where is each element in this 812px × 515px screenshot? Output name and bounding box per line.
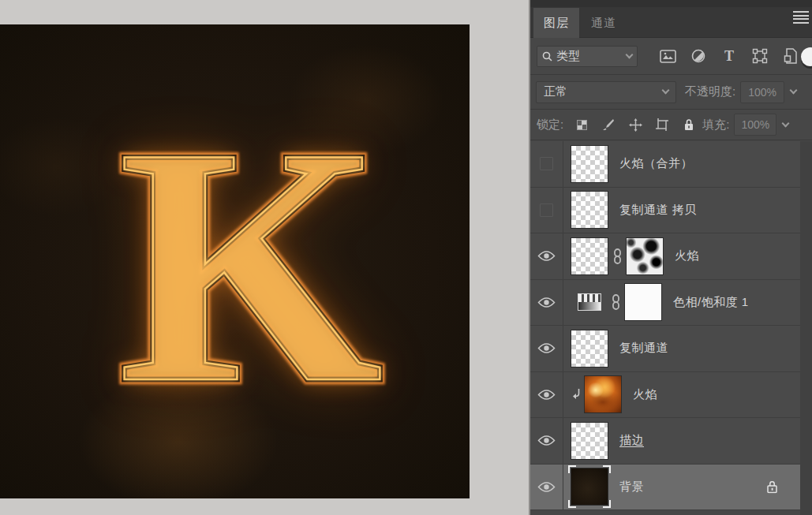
clipping-mask-arrow-icon [571, 388, 582, 401]
layer-name[interactable]: 火焰 [675, 248, 699, 263]
lock-all-icon[interactable] [682, 118, 696, 132]
layer-row-background[interactable]: 背景 [530, 465, 800, 511]
opacity-value[interactable]: 100% [740, 81, 784, 103]
layer-row[interactable]: 色相/饱和度 1 [530, 280, 800, 327]
pixel-layer-filter-icon[interactable] [659, 48, 676, 64]
visibility-toggle[interactable] [530, 418, 563, 464]
layer-row[interactable]: 火焰 [530, 372, 800, 419]
filter-kind-label: 类型 [556, 49, 627, 64]
eye-icon [537, 297, 556, 308]
selected-thumbnail-frame [571, 468, 608, 506]
eye-icon [537, 250, 556, 262]
lock-label: 锁定: [537, 118, 563, 132]
chevron-down-icon [626, 50, 634, 58]
fill-value[interactable]: 100% [734, 114, 776, 136]
link-mask-icon[interactable] [612, 248, 622, 264]
chevron-down-icon[interactable] [782, 119, 790, 127]
chevron-down-icon [662, 87, 670, 95]
blend-mode-value: 正常 [544, 84, 663, 99]
fire-letter-artwork: K K K [62, 76, 440, 454]
lock-transparent-icon[interactable] [574, 118, 589, 132]
lock-row: 锁定: 填充: 100% [530, 110, 812, 140]
eye-icon [537, 435, 556, 446]
panel-menu-icon[interactable] [793, 11, 809, 24]
visibility-toggle[interactable] [530, 233, 563, 279]
type-layer-filter-icon[interactable]: T [720, 48, 738, 64]
lock-position-icon[interactable] [628, 118, 642, 132]
layer-mask-thumbnail[interactable] [624, 283, 662, 321]
eye-hidden-icon [540, 157, 553, 170]
fill-label: 填充: [702, 118, 729, 132]
document-canvas[interactable]: K K K [0, 24, 470, 498]
visibility-toggle[interactable] [530, 188, 563, 233]
panel-edge [800, 141, 812, 515]
layer-thumbnail[interactable] [571, 330, 608, 368]
filter-toggle[interactable] [801, 47, 812, 66]
lock-artboard-icon[interactable] [655, 118, 669, 132]
layer-row[interactable]: 描边 [530, 418, 800, 465]
fire-letter-highlight: K [62, 76, 440, 454]
filter-kind-select[interactable]: 类型 [537, 46, 638, 67]
eye-icon [537, 342, 556, 354]
layer-locked-icon [766, 480, 778, 494]
smart-object-filter-icon[interactable] [782, 48, 799, 64]
visibility-toggle[interactable] [530, 326, 563, 371]
visibility-toggle[interactable] [530, 280, 563, 326]
opacity-label: 不透明度: [685, 84, 735, 99]
layer-name[interactable]: 描边 [619, 433, 644, 448]
layer-name[interactable]: 火焰（合并） [619, 156, 693, 171]
layer-filter-row: 类型 T [530, 38, 812, 75]
visibility-toggle[interactable] [530, 141, 563, 187]
eye-hidden-icon [540, 203, 553, 217]
visibility-toggle[interactable] [530, 372, 563, 418]
layer-thumbnail[interactable] [571, 191, 608, 229]
layer-row[interactable]: 火焰 [530, 233, 800, 280]
layer-thumbnail[interactable] [571, 422, 608, 460]
layer-name[interactable]: 复制通道 [619, 341, 668, 356]
tab-channels[interactable]: 通道 [581, 8, 627, 38]
layer-thumbnail[interactable] [584, 375, 622, 413]
blend-mode-select[interactable]: 正常 [536, 81, 676, 103]
layer-list: 火焰（合并） 复制通道 拷贝 火焰 [530, 141, 800, 515]
adjustment-layer-filter-icon[interactable] [690, 48, 707, 64]
eye-icon [537, 389, 556, 401]
layers-panel: 图层 通道 类型 T [529, 0, 812, 515]
layer-row[interactable]: 火焰（合并） [530, 141, 800, 188]
layer-name[interactable]: 火焰 [633, 387, 657, 402]
lock-pixels-icon[interactable] [601, 118, 616, 132]
adjustment-layer-icon[interactable] [578, 293, 601, 311]
layer-row[interactable]: 复制通道 拷贝 [530, 188, 800, 234]
layer-mask-thumbnail[interactable] [626, 237, 664, 275]
search-icon [542, 51, 552, 62]
layer-row[interactable]: 复制通道 [530, 326, 800, 372]
layer-thumbnail[interactable] [571, 237, 608, 275]
layer-name[interactable]: 复制通道 拷贝 [619, 203, 697, 218]
visibility-toggle[interactable] [530, 465, 563, 510]
blend-mode-row: 正常 不透明度: 100% [530, 75, 812, 110]
filter-type-icons: T [659, 48, 799, 64]
panel-tab-bar: 图层 通道 [530, 0, 812, 38]
chevron-down-icon[interactable] [790, 87, 798, 95]
layer-thumbnail[interactable] [571, 145, 608, 183]
shape-layer-filter-icon[interactable] [751, 48, 769, 64]
tab-layers[interactable]: 图层 [533, 8, 579, 38]
lock-icons [574, 118, 696, 132]
layer-name[interactable]: 背景 [619, 480, 644, 494]
eye-icon [537, 481, 556, 493]
link-mask-icon[interactable] [611, 294, 620, 310]
layer-name[interactable]: 色相/饱和度 1 [673, 295, 749, 310]
